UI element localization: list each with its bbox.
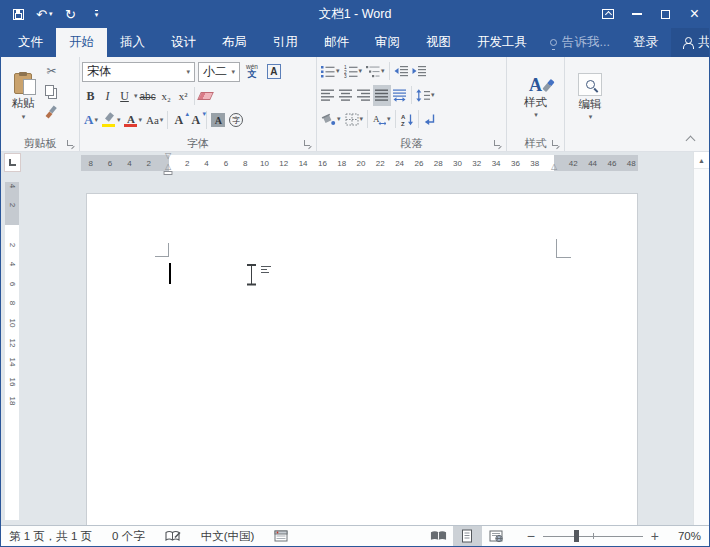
decrease-indent-button[interactable] [392,61,410,82]
borders-button[interactable]: ▾ [343,109,366,130]
left-indent-marker[interactable] [164,171,173,175]
show-hide-marks-button[interactable] [421,109,439,130]
asian-layout-button[interactable]: A▾ [370,109,393,130]
page-number-status[interactable]: 第 1 页，共 1 页 [9,529,92,544]
font-name-combo[interactable]: 宋体▾ [82,62,195,82]
styles-button[interactable]: A 样式 ▾ [509,59,562,135]
character-border-button[interactable]: A [260,61,283,82]
editing-button[interactable]: 编辑 ▾ [567,59,613,135]
copy-button[interactable] [43,81,60,102]
web-layout-button[interactable] [482,526,511,546]
scroll-up-button[interactable]: ▲ [694,152,709,169]
underline-button[interactable]: U [116,86,133,107]
shrink-font-button[interactable]: A▾ [187,110,204,131]
close-button[interactable]: × [680,0,709,28]
right-indent-marker[interactable]: △ [551,163,557,171]
align-center-button[interactable] [337,85,355,106]
italic-button[interactable]: I [99,86,116,107]
document-page[interactable] [86,193,638,526]
first-line-indent-marker[interactable]: ▽ [165,152,171,160]
highlight-color-button[interactable]: ▾ [100,110,123,131]
bold-button[interactable]: B [82,86,99,107]
superscript-button[interactable]: x² [175,86,192,107]
tab-view[interactable]: 视图 [413,28,464,57]
justify-button[interactable] [373,85,391,106]
undo-dropdown-icon[interactable]: ▾ [49,10,53,18]
vertical-scrollbar[interactable]: ▲ [693,152,709,526]
format-painter-button[interactable] [43,102,60,123]
distributed-button[interactable] [391,85,409,106]
subscript-button[interactable]: x₂ [158,86,175,107]
styles-dialog-launcher[interactable] [552,140,560,148]
minimize-button[interactable] [622,0,651,28]
tab-insert[interactable]: 插入 [107,28,158,57]
phonetic-guide-button[interactable]: wén文 [240,61,260,82]
collapse-ribbon-button[interactable] [687,135,695,143]
zoom-out-button[interactable]: − [525,531,537,541]
redo-button[interactable]: ↻ [59,2,81,26]
font-color-button[interactable]: A▾ [122,110,144,131]
tell-me-button[interactable]: 告诉我... [540,28,620,57]
word-count-status[interactable]: 0 个字 [112,529,145,544]
font-name-dropdown-icon[interactable]: ▾ [182,68,190,76]
bullets-button[interactable]: ▾ [319,61,342,82]
align-left-button[interactable] [319,85,337,106]
increase-indent-button[interactable] [410,61,428,82]
paste-dropdown-icon[interactable]: ▾ [22,113,26,121]
zoom-slider-thumb[interactable] [574,530,579,542]
font-dialog-launcher[interactable] [304,140,312,148]
tab-developer[interactable]: 开发工具 [464,28,540,57]
proofing-status[interactable] [165,530,181,543]
undo-button[interactable]: ↶▾ [33,2,55,26]
undo-icon: ↶ [36,7,47,22]
paste-button[interactable]: 粘贴 ▾ [3,59,43,135]
text-effects-button[interactable]: A▾ [82,110,100,131]
v-ruler[interactable]: 4224681012141618 [5,182,19,520]
zoom-in-button[interactable]: + [649,531,661,541]
tab-home[interactable]: 开始 [56,28,107,57]
macro-record-status[interactable] [274,530,288,542]
change-case-button[interactable]: Aa▾ [144,110,165,131]
tab-references[interactable]: 引用 [260,28,311,57]
zoom-slider[interactable] [543,536,643,537]
multilevel-list-button[interactable]: ▾ [364,61,387,82]
cut-button[interactable]: ✂ [43,60,60,81]
save-button[interactable] [7,2,29,26]
numbering-button[interactable]: 123▾ [342,61,365,82]
styles-group-label: 样式 [525,136,547,151]
line-spacing-button[interactable]: ▾ [414,85,437,106]
paragraph-dialog-launcher[interactable] [494,140,502,148]
character-border-icon: A [267,64,281,79]
numbering-icon: 123 [344,65,358,78]
align-right-button[interactable] [355,85,373,106]
styles-dropdown-icon[interactable]: ▾ [534,111,538,119]
enclose-characters-button[interactable]: 字 [227,110,245,131]
tab-stop-selector[interactable] [4,153,21,172]
print-layout-button[interactable] [453,526,482,546]
customize-qat-button[interactable]: ▾ [85,2,107,26]
clipboard-dialog-launcher[interactable] [67,140,75,148]
tab-layout[interactable]: 布局 [209,28,260,57]
read-mode-button[interactable] [424,526,453,546]
editing-dropdown-icon[interactable]: ▾ [589,113,593,121]
tab-file[interactable]: 文件 [5,28,56,57]
tab-review[interactable]: 审阅 [362,28,413,57]
h-ruler[interactable]: ▽ △ △ 8642246810121416182022242628303234… [81,155,638,171]
titlebar: ↶▾ ↻ ▾ 文档1 - Word × [1,0,709,28]
tab-mailings[interactable]: 邮件 [311,28,362,57]
language-status[interactable]: 中文(中国) [201,529,255,544]
shading-button[interactable]: ▾ [319,109,343,130]
tab-design[interactable]: 设计 [158,28,209,57]
sign-in-button[interactable]: 登录 [620,28,671,57]
character-shading-button[interactable]: A [209,110,227,131]
maximize-button[interactable] [651,0,680,28]
font-size-dropdown-icon[interactable]: ▾ [227,68,235,76]
share-button[interactable]: 共享 [671,28,710,57]
grow-font-button[interactable]: A▴ [170,110,187,131]
ribbon-display-options-button[interactable] [593,0,622,28]
clear-formatting-button[interactable] [197,86,214,107]
strikethrough-button[interactable]: abc [138,86,158,107]
sort-button[interactable]: AZ [398,109,416,130]
zoom-percentage[interactable]: 70% [667,530,701,542]
font-size-combo[interactable]: 小二▾ [198,62,240,82]
